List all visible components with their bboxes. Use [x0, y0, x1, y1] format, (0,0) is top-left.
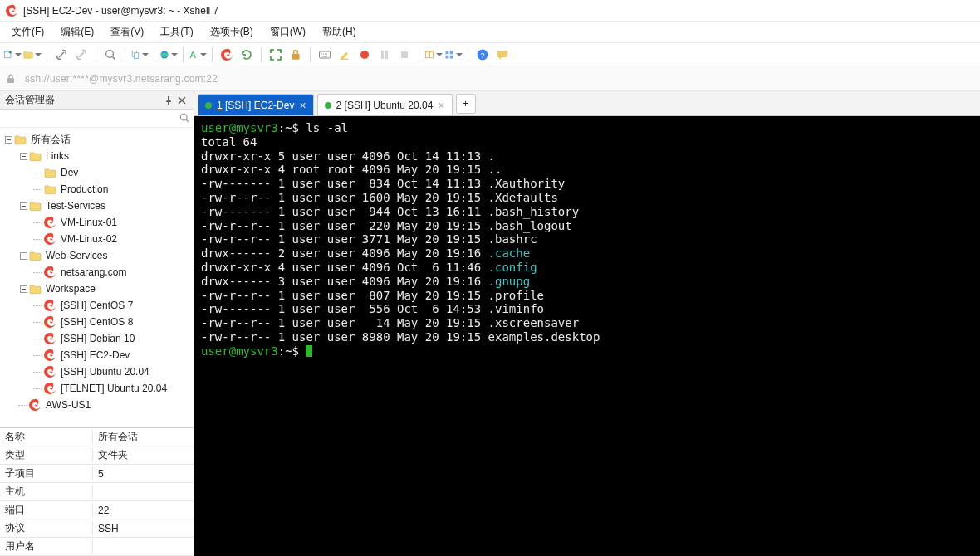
- prop-name-value: 所有会话: [93, 430, 194, 444]
- tab-close-icon[interactable]: ×: [438, 100, 444, 111]
- open-session-button[interactable]: [23, 46, 42, 64]
- session-icon: [43, 332, 56, 345]
- new-tab-button[interactable]: +: [456, 94, 476, 114]
- tab-strip: 1 [SSH] EC2-Dev × 2 [SSH] Ubuntu 20.04 ×…: [194, 91, 980, 116]
- session-icon: [43, 365, 56, 378]
- tree-workspace[interactable]: Workspace: [0, 280, 194, 297]
- tree-label: VM-Linux-02: [60, 233, 118, 245]
- svg-point-9: [360, 51, 369, 59]
- tree-web[interactable]: Web-Services: [0, 247, 194, 264]
- tree-ws-debian[interactable]: [SSH] Debian 10: [0, 330, 194, 347]
- tree-test[interactable]: Test-Services: [0, 198, 194, 214]
- menu-bar: 文件(F) 编辑(E) 查看(V) 工具(T) 选项卡(B) 窗口(W) 帮助(…: [0, 22, 980, 43]
- search-icon[interactable]: [179, 112, 190, 126]
- close-icon[interactable]: [175, 94, 189, 107]
- menu-tab[interactable]: 选项卡(B): [202, 22, 262, 41]
- tree-root[interactable]: 所有会话: [0, 131, 194, 148]
- svg-rect-14: [429, 51, 433, 58]
- menu-tools[interactable]: 工具(T): [152, 22, 201, 41]
- svg-rect-15: [446, 51, 449, 54]
- tree-vm2[interactable]: VM-Linux-02: [0, 231, 194, 247]
- tree-root-label: 所有会话: [30, 133, 71, 147]
- broadcast-icon[interactable]: [444, 46, 463, 64]
- record-icon[interactable]: [355, 46, 374, 64]
- address-text: ssh://user:****@mysvr3.netsarang.com:22: [25, 73, 218, 85]
- tree-vm1[interactable]: VM-Linux-01: [0, 214, 194, 231]
- help-icon[interactable]: ?: [473, 46, 492, 64]
- keyboard-icon[interactable]: [316, 46, 334, 64]
- chat-icon[interactable]: [493, 46, 512, 64]
- tab-close-icon[interactable]: ×: [299, 100, 306, 111]
- prop-protocol-value: SSH: [93, 523, 194, 534]
- session-icon: [43, 382, 56, 395]
- tree-label: Dev: [60, 167, 79, 178]
- copy-paste-icon[interactable]: [130, 46, 149, 64]
- svg-rect-13: [426, 51, 429, 58]
- tree-label: [SSH] Debian 10: [60, 333, 135, 344]
- lock-icon[interactable]: [287, 46, 305, 64]
- tree-links[interactable]: Links: [0, 148, 194, 164]
- tree-label: Web-Services: [45, 250, 108, 261]
- terminal-output[interactable]: user@mysvr3:~$ ls -al total 64 drwxr-xr-…: [194, 116, 980, 556]
- refresh-icon[interactable]: [238, 46, 256, 64]
- globe-icon[interactable]: [159, 46, 178, 64]
- session-tree: 所有会话 Links Dev Production Test-Services: [0, 128, 194, 427]
- svg-rect-16: [450, 51, 453, 54]
- window-title: [SSH] EC2-Dev - user@mysvr3: ~ - Xshell …: [23, 5, 218, 17]
- menu-edit[interactable]: 编辑(E): [52, 22, 102, 41]
- tab-number: 1: [217, 100, 223, 111]
- tab-ubuntu[interactable]: 2 [SSH] Ubuntu 20.04 ×: [317, 94, 453, 115]
- session-icon: [43, 266, 56, 279]
- tab-ec2-dev[interactable]: 1 [SSH] EC2-Dev ×: [198, 94, 314, 115]
- folder-icon: [28, 249, 42, 262]
- tree-ws-centos7[interactable]: [SSH] CentOS 7: [0, 297, 194, 314]
- zoom-icon[interactable]: [101, 46, 120, 64]
- tree-ws-ubuntu-ssh[interactable]: [SSH] Ubuntu 20.04: [0, 363, 194, 380]
- session-icon: [43, 315, 56, 329]
- tree-netsarang[interactable]: netsarang.com: [0, 264, 194, 280]
- session-manager-panel: 会话管理器 所有会话 Links Dev: [0, 91, 194, 556]
- search-input[interactable]: [0, 110, 194, 127]
- folder-icon: [28, 149, 42, 163]
- tree-label: Workspace: [45, 283, 96, 295]
- menu-help[interactable]: 帮助(H): [314, 22, 365, 41]
- session-icon: [28, 398, 42, 412]
- pin-icon[interactable]: [162, 94, 175, 107]
- tree-ws-centos8[interactable]: [SSH] CentOS 8: [0, 314, 194, 330]
- tree-label: [SSH] CentOS 8: [60, 316, 134, 328]
- stop-icon[interactable]: [395, 46, 414, 64]
- prop-protocol-label: 协议: [0, 521, 93, 535]
- prop-user-label: 用户名: [0, 539, 93, 554]
- svg-rect-11: [385, 51, 388, 59]
- menu-window[interactable]: 窗口(W): [262, 22, 314, 41]
- prop-host-label: 主机: [0, 485, 93, 499]
- prop-name-label: 名称: [0, 430, 93, 444]
- menu-file[interactable]: 文件(F): [3, 22, 52, 41]
- tree-label: [SSH] EC2-Dev: [60, 349, 130, 361]
- folder-icon: [13, 133, 27, 146]
- pause-icon[interactable]: [375, 46, 394, 64]
- svg-rect-5: [135, 52, 139, 58]
- folder-icon: [43, 166, 56, 179]
- font-icon[interactable]: [189, 46, 207, 64]
- session-icon: [43, 232, 56, 246]
- tree-links-dev[interactable]: Dev: [0, 164, 194, 181]
- tree-links-prod[interactable]: Production: [0, 181, 194, 198]
- menu-view[interactable]: 查看(V): [102, 22, 152, 41]
- fullscreen-icon[interactable]: [267, 46, 285, 64]
- unlink-icon[interactable]: [72, 46, 91, 64]
- new-session-button[interactable]: [3, 46, 22, 64]
- link-icon[interactable]: [52, 46, 71, 64]
- session-icon: [43, 299, 56, 312]
- tree-ws-ec2dev[interactable]: [SSH] EC2-Dev: [0, 347, 194, 363]
- swirl-icon[interactable]: [218, 46, 236, 64]
- status-bullet-icon: [205, 102, 212, 109]
- title-bar: [SSH] EC2-Dev - user@mysvr3: ~ - Xshell …: [0, 0, 980, 22]
- layout-icon[interactable]: [424, 46, 443, 64]
- address-bar[interactable]: ssh://user:****@mysvr3.netsarang.com:22: [0, 66, 980, 91]
- tree-ws-ubuntu-telnet[interactable]: [TELNET] Ubuntu 20.04: [0, 380, 194, 397]
- prop-port-label: 端口: [0, 503, 93, 517]
- tree-aws[interactable]: AWS-US1: [0, 397, 194, 413]
- tree-label: Links: [45, 150, 70, 162]
- highlighter-icon[interactable]: [336, 46, 354, 64]
